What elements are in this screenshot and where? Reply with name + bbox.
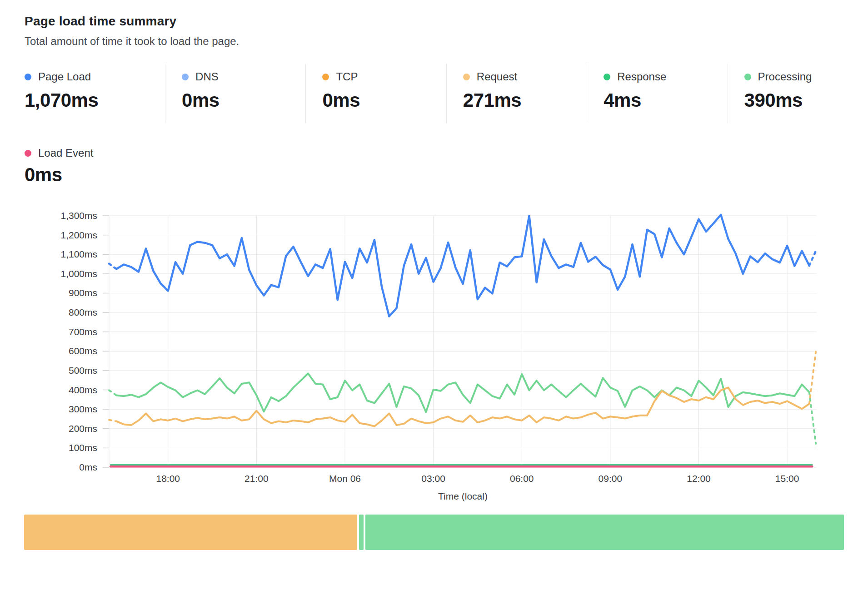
y-tick-label: 200ms — [69, 423, 97, 434]
y-tick-label: 400ms — [69, 385, 97, 395]
legend-dot-icon — [322, 74, 329, 80]
timeline-segment-degraded[interactable] — [24, 515, 357, 550]
metric-value: 0ms — [322, 89, 446, 111]
metric-value: 271ms — [463, 89, 587, 111]
legend-dot-icon — [182, 74, 189, 80]
x-tick-label: 09:00 — [599, 473, 623, 484]
x-tick-label: 12:00 — [687, 473, 711, 484]
y-tick-label: 1,300ms — [60, 210, 97, 221]
y-tick-label: 300ms — [69, 404, 97, 414]
x-tick-label: Mon 06 — [329, 473, 361, 484]
x-tick-label: 21:00 — [244, 473, 269, 484]
metric-value: 0ms — [182, 89, 305, 111]
y-tick-label: 100ms — [69, 442, 97, 453]
x-axis-title: Time (local) — [438, 491, 488, 501]
panel-title: Page load time summary — [25, 14, 868, 29]
metric-dns[interactable]: DNS 0ms — [165, 64, 305, 123]
metric-label: Load Event — [38, 147, 93, 159]
metric-value: 4ms — [604, 89, 727, 111]
metric-tcp[interactable]: TCP 0ms — [305, 64, 446, 123]
x-tick-label: 06:00 — [510, 473, 534, 484]
metric-value: 390ms — [744, 89, 868, 111]
metric-response[interactable]: Response 4ms — [587, 64, 727, 123]
legend-dot-icon — [25, 150, 31, 157]
y-tick-label: 500ms — [69, 365, 97, 376]
metric-label: Response — [617, 70, 666, 83]
x-tick-label: 03:00 — [421, 473, 445, 484]
latency-chart[interactable]: 0ms100ms200ms300ms400ms500ms600ms700ms80… — [0, 186, 868, 504]
y-tick-label: 700ms — [69, 327, 97, 337]
y-tick-label: 1,200ms — [60, 230, 97, 240]
metric-label: Page Load — [38, 70, 91, 83]
metric-processing[interactable]: Processing 390ms — [728, 64, 868, 123]
metric-label: Processing — [758, 70, 812, 83]
metric-load-event[interactable]: Load Event 0ms — [25, 147, 868, 186]
page-load-summary-panel: Page load time summary Total amount of t… — [0, 0, 868, 550]
y-tick-label: 0ms — [79, 462, 97, 472]
legend-dot-icon — [604, 74, 610, 80]
legend-dot-icon — [744, 74, 751, 80]
y-tick-label: 1,100ms — [60, 249, 97, 259]
metric-label: Request — [477, 70, 517, 83]
metric-value: 0ms — [25, 164, 868, 186]
y-tick-label: 900ms — [69, 287, 97, 298]
x-tick-label: 18:00 — [156, 473, 180, 484]
legend-dot-icon — [463, 74, 470, 80]
legend-dot-icon — [25, 74, 31, 80]
y-tick-label: 800ms — [69, 307, 97, 317]
x-tick-label: 15:00 — [775, 473, 799, 484]
y-tick-label: 600ms — [69, 346, 97, 356]
metric-label: DNS — [195, 70, 219, 83]
timeline-segment-operational[interactable] — [359, 515, 364, 550]
status-timeline-bar — [24, 515, 844, 550]
metrics-legend: Page Load 1,070ms DNS 0ms TCP 0ms Reques… — [25, 64, 868, 123]
plot-area[interactable] — [109, 216, 817, 467]
panel-subtitle: Total amount of time it took to load the… — [25, 35, 868, 48]
metric-request[interactable]: Request 271ms — [446, 64, 587, 123]
y-tick-label: 1,000ms — [60, 268, 97, 279]
metric-label: TCP — [336, 70, 358, 83]
metric-page-load[interactable]: Page Load 1,070ms — [25, 64, 165, 123]
metric-value: 1,070ms — [25, 89, 165, 111]
timeline-segment-operational[interactable] — [365, 515, 844, 550]
